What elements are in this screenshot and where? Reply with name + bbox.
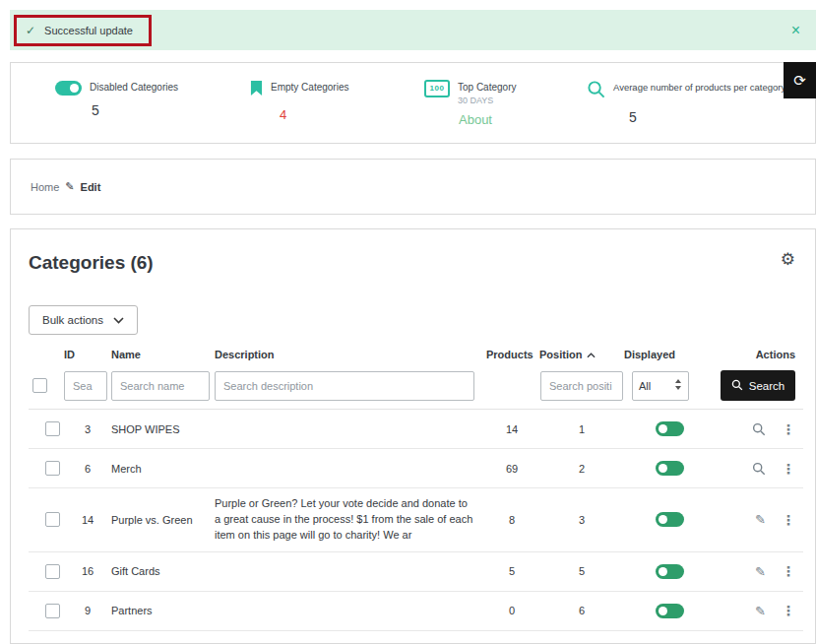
toggle-icon [55, 81, 82, 96]
success-alert: ✓ Successful update × [10, 10, 816, 50]
displayed-toggle[interactable] [656, 564, 684, 579]
cell-id: 14 [64, 514, 111, 526]
cell-products: 0 [484, 605, 539, 616]
toggle-knob [659, 567, 667, 576]
header-description[interactable]: Description [215, 349, 484, 360]
refresh-button[interactable]: ⟳ [784, 62, 816, 98]
cell-id: 16 [64, 565, 111, 577]
close-icon[interactable]: × [791, 23, 800, 38]
header-products[interactable]: Products [484, 349, 539, 360]
view-icon[interactable] [752, 462, 766, 476]
search-button-label: Search [749, 380, 785, 392]
bulk-actions-label: Bulk actions [42, 314, 103, 326]
select-all-checkbox[interactable] [32, 378, 47, 393]
kpi-top-category: 100 Top Category 30 DAYS About [424, 80, 516, 127]
cell-products: 69 [484, 463, 539, 475]
header-actions: Actions [715, 349, 803, 360]
kpi-sublabel: 30 DAYS [458, 96, 516, 105]
gear-icon[interactable]: ⚙ [781, 251, 795, 268]
kpi-label: Average number of products per category [613, 80, 785, 93]
kpi-label: Top Category [458, 80, 516, 93]
header-id[interactable]: ID [64, 349, 111, 360]
cell-position: 3 [539, 514, 624, 526]
position-filter-input[interactable] [540, 371, 623, 401]
edit-icon[interactable]: ✎ [755, 605, 766, 617]
breadcrumb-current: Edit [81, 181, 101, 193]
displayed-toggle[interactable] [656, 512, 684, 527]
row-checkbox[interactable] [45, 604, 60, 618]
kebab-menu-icon[interactable]: ⋮ [782, 462, 795, 476]
search-button-icon [731, 379, 743, 393]
table-row: 6 Merch 69 2 ⋮ [29, 449, 803, 488]
displayed-toggle[interactable] [656, 604, 684, 618]
cell-position: 6 [539, 605, 624, 616]
edit-pencil-icon: ✎ [65, 180, 74, 193]
cell-products: 8 [484, 514, 539, 526]
cell-position: 2 [539, 463, 624, 475]
kpi-value: 5 [629, 109, 785, 125]
table-header: ID Name Description Products Position Di… [29, 345, 803, 366]
select-value: All [639, 380, 651, 392]
header-position-label: Position [539, 349, 582, 360]
cell-position: 5 [539, 565, 624, 577]
edit-icon[interactable]: ✎ [755, 513, 766, 526]
kpi-average-products: Average number of products per category … [587, 80, 785, 125]
toggle-knob [659, 424, 667, 433]
kpi-empty-categories: Empty Categories 4 [250, 80, 348, 122]
cell-position: 1 [539, 423, 624, 435]
cell-name: Merch [111, 463, 215, 475]
kpi-value: 4 [280, 107, 348, 122]
kpi-disabled-categories: Disabled Categories 5 [55, 80, 178, 118]
bookmark-icon [250, 80, 263, 100]
kpi-label: Empty Categories [271, 80, 348, 93]
view-icon[interactable] [752, 422, 766, 436]
top-category-icon: 100 [424, 80, 450, 97]
table-row: 16 Gift Cards 5 5 ✎ ⋮ [29, 552, 803, 592]
cell-products: 5 [484, 565, 539, 577]
header-displayed[interactable]: Displayed [624, 349, 715, 360]
kebab-menu-icon[interactable]: ⋮ [782, 604, 795, 617]
table-row: 9 Partners 0 6 ✎ ⋮ [29, 592, 803, 631]
search-button[interactable]: Search [721, 370, 795, 401]
filter-row: All Search [29, 366, 803, 410]
row-checkbox[interactable] [45, 421, 60, 436]
id-filter-input[interactable] [64, 371, 107, 401]
cell-name: SHOP WIPES [111, 423, 215, 435]
header-position[interactable]: Position [539, 349, 624, 360]
row-checkbox[interactable] [45, 512, 60, 527]
row-checkbox[interactable] [45, 564, 60, 579]
displayed-filter-select[interactable]: All [632, 371, 689, 401]
toggle-knob [659, 515, 667, 524]
kebab-menu-icon[interactable]: ⋮ [782, 422, 795, 436]
kebab-menu-icon[interactable]: ⋮ [782, 564, 795, 578]
cell-id: 3 [64, 423, 111, 435]
cell-name: Purple vs. Green [111, 514, 215, 526]
table-row: 10 About 0 7 ✎ ⋮ [29, 631, 803, 644]
kebab-menu-icon[interactable]: ⋮ [782, 513, 795, 527]
categories-table: ID Name Description Products Position Di… [29, 345, 803, 644]
breadcrumb-panel: Home ✎ Edit [10, 159, 816, 215]
header-name[interactable]: Name [111, 349, 215, 360]
cell-name: Gift Cards [111, 565, 215, 577]
bulk-actions-button[interactable]: Bulk actions [29, 305, 138, 335]
displayed-toggle[interactable] [656, 421, 684, 436]
kpi-label: Disabled Categories [90, 80, 178, 93]
row-checkbox[interactable] [45, 461, 60, 476]
displayed-toggle[interactable] [656, 461, 684, 476]
cell-name: Partners [111, 605, 215, 616]
sort-asc-icon [587, 349, 596, 360]
edit-icon[interactable]: ✎ [755, 565, 766, 578]
check-icon: ✓ [26, 24, 35, 37]
table-row: 14 Purple vs. Green Purple or Green? Let… [29, 488, 803, 552]
kpi-panel: Disabled Categories 5 Empty Categories 4… [10, 62, 816, 144]
chevron-down-icon [113, 314, 124, 326]
refresh-icon: ⟳ [793, 72, 806, 90]
kpi-value: 5 [92, 102, 178, 118]
name-filter-input[interactable] [111, 371, 210, 401]
cell-products: 14 [484, 423, 539, 435]
breadcrumb-home-link[interactable]: Home [31, 181, 59, 193]
description-filter-input[interactable] [215, 371, 474, 401]
toggle-knob [659, 607, 667, 615]
cell-description: Purple or Green? Let your vote decide an… [215, 496, 484, 544]
cell-id: 6 [64, 463, 111, 475]
